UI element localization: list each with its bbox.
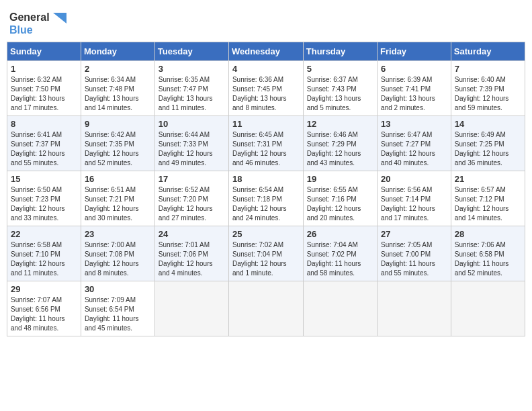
calendar-cell: 1 Sunrise: 6:32 AMSunset: 7:50 PMDayligh…: [7, 61, 81, 116]
calendar-cell: 21 Sunrise: 6:57 AMSunset: 7:12 PMDaylig…: [451, 171, 525, 226]
calendar-row-5: 29 Sunrise: 7:07 AMSunset: 6:56 PMDaylig…: [7, 281, 525, 336]
day-info: Sunrise: 7:00 AMSunset: 7:08 PMDaylight:…: [85, 241, 139, 277]
day-number: 6: [381, 64, 447, 74]
calendar-cell: 25 Sunrise: 7:02 AMSunset: 7:04 PMDaylig…: [228, 226, 303, 281]
calendar-cell: 28 Sunrise: 7:06 AMSunset: 6:58 PMDaylig…: [451, 226, 525, 281]
calendar-cell: 4 Sunrise: 6:36 AMSunset: 7:45 PMDayligh…: [228, 61, 303, 116]
day-info: Sunrise: 7:09 AMSunset: 6:54 PMDaylight:…: [85, 296, 139, 332]
calendar-header-thursday: Thursday: [303, 42, 377, 61]
day-number: 24: [159, 229, 225, 239]
day-info: Sunrise: 6:42 AMSunset: 7:35 PMDaylight:…: [85, 131, 139, 167]
calendar-cell: 2 Sunrise: 6:34 AMSunset: 7:48 PMDayligh…: [81, 61, 154, 116]
day-number: 16: [85, 174, 151, 184]
day-number: 21: [455, 174, 521, 184]
calendar-cell: 22 Sunrise: 6:58 AMSunset: 7:10 PMDaylig…: [7, 226, 81, 281]
calendar-header-friday: Friday: [378, 42, 451, 61]
day-info: Sunrise: 6:39 AMSunset: 7:41 PMDaylight:…: [381, 76, 435, 111]
calendar-cell: 17 Sunrise: 6:52 AMSunset: 7:20 PMDaylig…: [154, 171, 228, 226]
day-info: Sunrise: 6:37 AMSunset: 7:43 PMDaylight:…: [307, 76, 361, 111]
day-number: 3: [159, 64, 225, 74]
day-number: 14: [455, 119, 521, 129]
calendar-cell: 11 Sunrise: 6:45 AMSunset: 7:31 PMDaylig…: [228, 116, 303, 171]
calendar-cell: 16 Sunrise: 6:51 AMSunset: 7:21 PMDaylig…: [81, 171, 154, 226]
calendar-cell: 29 Sunrise: 7:07 AMSunset: 6:56 PMDaylig…: [7, 281, 81, 336]
calendar-cell: 6 Sunrise: 6:39 AMSunset: 7:41 PMDayligh…: [378, 61, 451, 116]
calendar-cell: 12 Sunrise: 6:46 AMSunset: 7:29 PMDaylig…: [303, 116, 377, 171]
day-info: Sunrise: 6:54 AMSunset: 7:18 PMDaylight:…: [232, 186, 287, 222]
calendar-cell: 5 Sunrise: 6:37 AMSunset: 7:43 PMDayligh…: [303, 61, 377, 116]
day-number: 18: [232, 174, 300, 184]
day-info: Sunrise: 6:45 AMSunset: 7:31 PMDaylight:…: [232, 131, 287, 167]
day-number: 12: [307, 119, 373, 129]
day-info: Sunrise: 6:35 AMSunset: 7:47 PMDaylight:…: [159, 76, 213, 111]
day-info: Sunrise: 7:06 AMSunset: 6:58 PMDaylight:…: [455, 241, 509, 277]
day-info: Sunrise: 6:34 AMSunset: 7:48 PMDaylight:…: [85, 76, 139, 111]
day-info: Sunrise: 7:05 AMSunset: 7:00 PMDaylight:…: [381, 241, 435, 277]
calendar-row-3: 15 Sunrise: 6:50 AMSunset: 7:23 PMDaylig…: [7, 171, 525, 226]
calendar-cell: 24 Sunrise: 7:01 AMSunset: 7:06 PMDaylig…: [154, 226, 228, 281]
day-info: Sunrise: 6:46 AMSunset: 7:29 PMDaylight:…: [307, 131, 361, 167]
day-number: 23: [85, 229, 151, 239]
day-info: Sunrise: 6:52 AMSunset: 7:20 PMDaylight:…: [159, 186, 213, 222]
day-number: 22: [11, 229, 77, 239]
logo-text: General Blue: [9, 11, 66, 36]
calendar-cell: 14 Sunrise: 6:49 AMSunset: 7:25 PMDaylig…: [451, 116, 525, 171]
calendar-cell: [154, 281, 228, 336]
calendar-header-sunday: Sunday: [7, 42, 81, 61]
day-info: Sunrise: 6:58 AMSunset: 7:10 PMDaylight:…: [11, 241, 65, 277]
day-number: 28: [455, 229, 521, 239]
day-number: 2: [85, 64, 151, 74]
day-info: Sunrise: 6:51 AMSunset: 7:21 PMDaylight:…: [85, 186, 139, 222]
page-header: General Blue: [7, 7, 525, 36]
day-info: Sunrise: 6:56 AMSunset: 7:14 PMDaylight:…: [381, 186, 435, 222]
calendar-header-wednesday: Wednesday: [228, 42, 303, 61]
calendar-cell: 7 Sunrise: 6:40 AMSunset: 7:39 PMDayligh…: [451, 61, 525, 116]
day-number: 29: [11, 284, 77, 294]
day-number: 19: [307, 174, 373, 184]
day-number: 7: [455, 64, 521, 74]
calendar-cell: 23 Sunrise: 7:00 AMSunset: 7:08 PMDaylig…: [81, 226, 154, 281]
day-info: Sunrise: 6:49 AMSunset: 7:25 PMDaylight:…: [455, 131, 509, 167]
day-info: Sunrise: 7:02 AMSunset: 7:04 PMDaylight:…: [232, 241, 287, 277]
day-number: 20: [381, 174, 447, 184]
calendar-table: SundayMondayTuesdayWednesdayThursdayFrid…: [7, 42, 525, 336]
calendar-header-tuesday: Tuesday: [154, 42, 228, 61]
day-info: Sunrise: 6:57 AMSunset: 7:12 PMDaylight:…: [455, 186, 509, 222]
day-info: Sunrise: 6:32 AMSunset: 7:50 PMDaylight:…: [11, 76, 65, 111]
calendar-cell: 20 Sunrise: 6:56 AMSunset: 7:14 PMDaylig…: [378, 171, 451, 226]
calendar-cell: 13 Sunrise: 6:47 AMSunset: 7:27 PMDaylig…: [378, 116, 451, 171]
day-number: 9: [85, 119, 151, 129]
day-info: Sunrise: 7:01 AMSunset: 7:06 PMDaylight:…: [159, 241, 213, 277]
calendar-cell: 9 Sunrise: 6:42 AMSunset: 7:35 PMDayligh…: [81, 116, 154, 171]
calendar-cell: [303, 281, 377, 336]
calendar-row-4: 22 Sunrise: 6:58 AMSunset: 7:10 PMDaylig…: [7, 226, 525, 281]
day-info: Sunrise: 6:47 AMSunset: 7:27 PMDaylight:…: [381, 131, 435, 167]
calendar-cell: [378, 281, 451, 336]
day-number: 13: [381, 119, 447, 129]
day-number: 27: [381, 229, 447, 239]
calendar-cell: 3 Sunrise: 6:35 AMSunset: 7:47 PMDayligh…: [154, 61, 228, 116]
calendar-cell: 10 Sunrise: 6:44 AMSunset: 7:33 PMDaylig…: [154, 116, 228, 171]
day-number: 1: [11, 64, 77, 74]
day-number: 25: [232, 229, 300, 239]
day-number: 11: [232, 119, 300, 129]
calendar-row-1: 1 Sunrise: 6:32 AMSunset: 7:50 PMDayligh…: [7, 61, 525, 116]
logo: General Blue: [9, 11, 66, 36]
calendar-header-monday: Monday: [81, 42, 154, 61]
day-info: Sunrise: 6:36 AMSunset: 7:45 PMDaylight:…: [232, 76, 287, 111]
calendar-row-2: 8 Sunrise: 6:41 AMSunset: 7:37 PMDayligh…: [7, 116, 525, 171]
calendar-cell: 19 Sunrise: 6:55 AMSunset: 7:16 PMDaylig…: [303, 171, 377, 226]
calendar-cell: 27 Sunrise: 7:05 AMSunset: 7:00 PMDaylig…: [378, 226, 451, 281]
day-number: 8: [11, 119, 77, 129]
calendar-cell: 26 Sunrise: 7:04 AMSunset: 7:02 PMDaylig…: [303, 226, 377, 281]
day-info: Sunrise: 6:50 AMSunset: 7:23 PMDaylight:…: [11, 186, 65, 222]
calendar-cell: 8 Sunrise: 6:41 AMSunset: 7:37 PMDayligh…: [7, 116, 81, 171]
day-number: 4: [232, 64, 300, 74]
day-info: Sunrise: 6:41 AMSunset: 7:37 PMDaylight:…: [11, 131, 65, 167]
svg-marker-0: [53, 13, 66, 24]
calendar-cell: 18 Sunrise: 6:54 AMSunset: 7:18 PMDaylig…: [228, 171, 303, 226]
calendar-header-saturday: Saturday: [451, 42, 525, 61]
day-number: 30: [85, 284, 151, 294]
day-number: 26: [307, 229, 373, 239]
day-info: Sunrise: 7:04 AMSunset: 7:02 PMDaylight:…: [307, 241, 361, 277]
